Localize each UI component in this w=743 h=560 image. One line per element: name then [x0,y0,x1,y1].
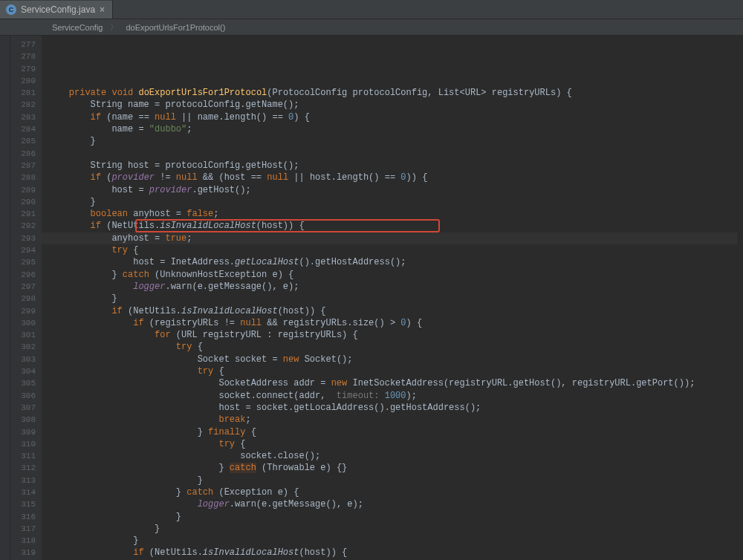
code-line[interactable]: try { [48,438,743,450]
chevron-right-icon: 〉 [110,22,118,33]
code-line[interactable]: logger.warn(e.getMessage(), e); [48,498,743,510]
line-number: 305 [10,377,36,389]
line-number: 304 [10,365,36,377]
code-line[interactable]: try { [48,365,743,377]
line-number: 286 [10,148,36,160]
line-number: 288 [10,172,36,183]
code-line[interactable]: try { [48,244,743,256]
tab-filename: ServiceConfig.java [21,4,95,15]
line-number: 310 [10,438,36,450]
editor: 2772782792802812822832842852862872882892… [0,36,743,560]
code-line[interactable] [48,75,743,87]
code-line[interactable]: break; [48,414,743,426]
code-line[interactable]: host = socket.getLocalAddress().getHostA… [48,402,743,414]
code-line[interactable]: if (registryURLs != null && registryURLs… [48,317,743,329]
line-number: 280 [10,75,36,87]
code-line[interactable]: name = "dubbo"; [48,123,743,135]
line-number: 291 [10,208,36,220]
tab-bar: C ServiceConfig.java × [0,0,743,19]
line-number: 283 [10,111,36,123]
line-number: 279 [10,63,36,75]
breadcrumb-method[interactable]: doExportUrlsFor1Protocol() [126,23,225,32]
code-line[interactable]: } catch (UnknownHostException e) { [48,269,743,281]
line-number: 299 [10,305,36,317]
line-number: 295 [10,256,36,268]
line-number: 307 [10,402,36,414]
line-number: 300 [10,317,36,329]
line-number: 289 [10,184,36,196]
line-number: 277 [10,39,36,51]
code-line[interactable]: String host = protocolConfig.getHost(); [48,160,743,172]
code-line[interactable]: } [48,135,743,147]
code-line[interactable]: if (provider != null && (host == null ||… [48,172,743,183]
line-number: 319 [10,547,36,559]
close-icon[interactable]: × [100,4,105,15]
breadcrumb: ServiceConfig 〉 doExportUrlsFor1Protocol… [0,19,743,36]
code-line[interactable]: } catch (Exception e) { [48,486,743,498]
code-line[interactable]: socket.close(); [48,450,743,462]
breadcrumb-class[interactable]: ServiceConfig [52,23,103,32]
code-line[interactable]: logger.warn(e.getMessage(), e); [48,281,743,293]
code-line[interactable]: } [48,293,743,305]
line-number: 292 [10,220,36,232]
editor-tab[interactable]: C ServiceConfig.java × [0,1,113,19]
line-number: 284 [10,123,36,135]
line-number: 278 [10,51,36,62]
code-line[interactable]: } [48,523,743,535]
line-number: 315 [10,498,36,510]
code-line[interactable]: } [48,535,743,547]
line-number: 301 [10,329,36,341]
line-number: 317 [10,523,36,535]
line-number: 285 [10,135,36,147]
code-line[interactable]: if (NetUtils.isInvalidLocalHost(host)) { [48,547,743,559]
class-icon: C [6,4,16,15]
line-number: 318 [10,535,36,547]
line-number: 298 [10,293,36,305]
line-number: 308 [10,414,36,426]
code-line[interactable]: } finally { [48,426,743,438]
line-number: 293 [10,232,36,244]
code-line[interactable]: if (name == null || name.length() == 0) … [48,111,743,123]
code-line[interactable] [48,148,743,160]
line-number: 313 [10,475,36,486]
code-line[interactable]: SocketAddress addr = new InetSocketAddre… [48,377,743,389]
line-number: 287 [10,160,36,172]
line-number: 303 [10,354,36,365]
code-line[interactable]: host = provider.getHost(); [48,184,743,196]
line-number: 294 [10,244,36,256]
line-number: 314 [10,486,36,498]
line-number: 311 [10,450,36,462]
code-area[interactable]: private void doExportUrlsFor1Protocol(Pr… [42,36,743,560]
line-number: 306 [10,390,36,402]
code-line[interactable]: host = InetAddress.getLocalHost().getHos… [48,256,743,268]
line-number: 281 [10,87,36,99]
code-line[interactable]: } [48,511,743,523]
line-number: 290 [10,196,36,208]
code-line[interactable]: } [48,196,743,208]
code-line[interactable]: try { [48,341,743,353]
code-line[interactable]: for (URL registryURL : registryURLs) { [48,329,743,341]
line-number: 296 [10,269,36,281]
code-line[interactable]: } catch (Throwable e) {} [48,462,743,474]
code-line[interactable]: if (NetUtils.isInvalidLocalHost(host)) { [48,220,743,232]
code-line[interactable]: private void doExportUrlsFor1Protocol(Pr… [48,87,743,99]
line-number: 316 [10,511,36,523]
line-number: 302 [10,341,36,353]
code-line[interactable]: boolean anyhost = false; [48,208,743,220]
code-line[interactable]: anyhost = true; [42,232,737,244]
code-line[interactable]: Socket socket = new Socket(); [48,354,743,365]
line-number: 282 [10,99,36,111]
code-line[interactable]: if (NetUtils.isInvalidLocalHost(host)) { [48,305,743,317]
line-number: 312 [10,462,36,474]
line-number: 309 [10,426,36,438]
line-number-gutter: 2772782792802812822832842852862872882892… [10,36,42,560]
code-line[interactable]: String name = protocolConfig.getName(); [48,99,743,111]
marker-bar [0,36,10,560]
line-number: 297 [10,281,36,293]
code-line[interactable]: } [48,475,743,486]
code-line[interactable]: socket.connect(addr, timeout: 1000); [48,390,743,402]
